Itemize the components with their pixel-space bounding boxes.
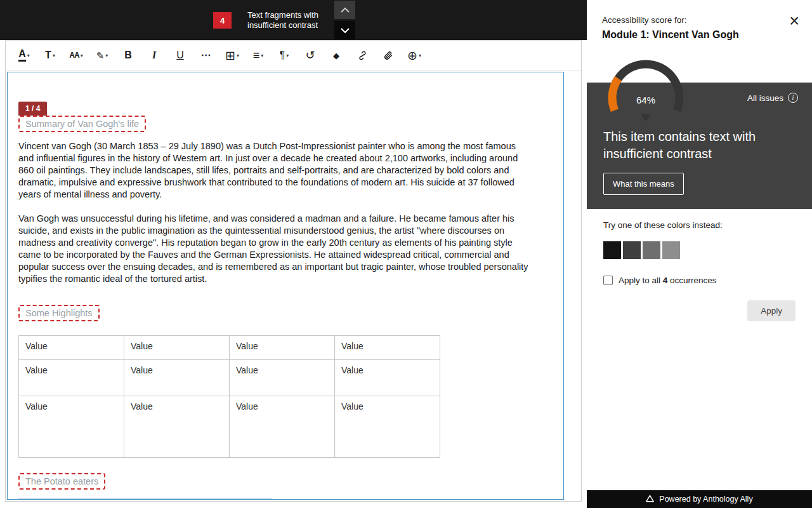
chevron-down-icon xyxy=(341,25,350,35)
ally-panel: × Accessibility score for: Module 1: Vin… xyxy=(587,0,812,508)
apply-button[interactable]: Apply xyxy=(747,300,796,321)
eraser-button[interactable]: ◆ xyxy=(324,44,348,67)
editor-toolbar: A▾T▾AA▾✎▾BIU⋯⊞▾≡▾¶▾↺◆⊕▾ xyxy=(6,41,581,70)
all-issues-link[interactable]: All issues i xyxy=(747,93,798,103)
table-row: ValueValueValueValue xyxy=(19,396,440,458)
caret-down-icon: ▾ xyxy=(237,53,239,58)
italic-icon: I xyxy=(152,50,156,60)
next-issue-button[interactable] xyxy=(334,21,355,39)
potato-eaters-image[interactable] xyxy=(18,498,272,500)
flagged-heading-highlights[interactable]: Some Highlights xyxy=(18,305,100,321)
flagged-heading-potato[interactable]: The Potato eaters xyxy=(18,473,105,490)
font-size-button[interactable]: AA▾ xyxy=(64,44,88,67)
color-swatch[interactable] xyxy=(643,241,660,259)
gauge-pointer-icon xyxy=(641,114,651,121)
table-cell[interactable]: Value xyxy=(230,336,335,360)
score-for-label: Accessibility score for: xyxy=(602,15,797,25)
color-swatch[interactable] xyxy=(662,241,680,259)
insert-icon: ⊕ xyxy=(407,50,417,62)
undo-button[interactable]: ↺ xyxy=(298,44,322,67)
try-colors-label: Try one of these colors instead: xyxy=(603,220,796,230)
apply-all-label: Apply to all 4 occurrences xyxy=(619,276,717,285)
underline-button[interactable]: U xyxy=(168,44,192,67)
table-cell[interactable]: Value xyxy=(335,396,440,458)
table-cell[interactable]: Value xyxy=(19,336,124,360)
table-cell[interactable]: Value xyxy=(335,360,440,396)
chevron-up-icon xyxy=(341,5,350,15)
issue-navigation-bar: 4 Text fragments with insufficient contr… xyxy=(0,0,587,40)
issue-label-line2: insufficient contrast xyxy=(247,20,318,30)
table-row: ValueValueValueValue xyxy=(19,336,440,360)
align-icon: ≡ xyxy=(253,50,260,61)
paragraph-button[interactable]: ¶▾ xyxy=(272,44,296,67)
ally-footer: Powered by Anthology Ally xyxy=(587,490,812,508)
close-icon[interactable]: × xyxy=(789,13,799,30)
bold-icon: B xyxy=(124,50,132,60)
color-swatches xyxy=(603,241,796,259)
apply-button-row: Apply xyxy=(603,300,796,321)
attachment-icon xyxy=(383,50,393,61)
issue-label: Text fragments with insufficient contras… xyxy=(247,10,318,30)
content-editor: A▾T▾AA▾✎▾BIU⋯⊞▾≡▾¶▾↺◆⊕▾ 1 / 4 Summary of… xyxy=(5,40,582,502)
caret-down-icon: ▾ xyxy=(27,53,30,58)
heading-row-highlights: Some Highlights xyxy=(18,305,528,321)
more-options-icon: ⋯ xyxy=(201,50,212,60)
paragraph-van-gogh-intro: Vincent van Gogh (30 March 1853 – 29 Jul… xyxy=(18,140,528,201)
table-cell[interactable]: Value xyxy=(124,336,230,360)
heading-row-summary: Summary of Van Gogh's life xyxy=(18,116,528,132)
table-cell[interactable]: Value xyxy=(124,360,230,396)
issue-label-line1: Text fragments with xyxy=(247,10,318,20)
caret-down-icon: ▾ xyxy=(286,53,289,58)
table-cell[interactable]: Value xyxy=(230,396,335,458)
what-this-means-button[interactable]: What this means xyxy=(603,173,684,195)
caret-down-icon: ▾ xyxy=(105,53,108,58)
all-issues-label: All issues xyxy=(747,93,783,103)
content-table: ValueValueValueValueValueValueValueValue… xyxy=(18,335,440,458)
paragraph-van-gogh-legacy: Van Gogh was unsuccessful during his lif… xyxy=(18,213,528,285)
page: 4 Text fragments with insufficient contr… xyxy=(0,0,812,508)
info-icon: i xyxy=(788,93,798,103)
apply-all-checkbox[interactable] xyxy=(603,276,613,285)
eraser-icon: ◆ xyxy=(333,51,339,60)
color-swatch[interactable] xyxy=(623,241,641,259)
align-button[interactable]: ≡▾ xyxy=(246,44,270,67)
footer-label: Powered by Anthology Ally xyxy=(659,495,752,504)
color-swatch[interactable] xyxy=(603,241,621,259)
more-options-button[interactable]: ⋯ xyxy=(194,44,218,67)
text-style-button[interactable]: T▾ xyxy=(38,44,62,67)
link-icon xyxy=(357,50,368,61)
underline-icon: U xyxy=(176,50,184,60)
text-style-icon: T xyxy=(45,50,51,60)
accessibility-score-gauge: 64% xyxy=(608,58,684,128)
table-cell[interactable]: Value xyxy=(124,396,230,458)
table-cell[interactable]: Value xyxy=(335,336,440,360)
link-button[interactable] xyxy=(350,44,374,67)
table-cell[interactable]: Value xyxy=(19,360,124,396)
paragraph-icon: ¶ xyxy=(280,50,285,60)
highlight-button[interactable]: ✎▾ xyxy=(90,44,114,67)
font-color-icon: A xyxy=(18,49,26,62)
table-icon: ⊞ xyxy=(225,50,235,62)
caret-down-icon: ▾ xyxy=(261,53,263,58)
fix-controls-section: Try one of these colors instead: Apply t… xyxy=(587,209,812,333)
bold-button[interactable]: B xyxy=(116,44,140,67)
font-color-button[interactable]: A▾ xyxy=(12,44,36,67)
content-table-body: ValueValueValueValueValueValueValueValue… xyxy=(19,336,440,458)
italic-button[interactable]: I xyxy=(142,44,166,67)
editor-content-area[interactable]: 1 / 4 Summary of Van Gogh's life Vincent… xyxy=(7,72,564,500)
module-title: Module 1: Vincent Van Gogh xyxy=(602,29,797,41)
insert-button[interactable]: ⊕▾ xyxy=(402,44,426,67)
score-value: 64% xyxy=(636,95,655,105)
issue-summary-section: 64% All issues i This item contains text… xyxy=(587,83,812,209)
issue-nav-buttons xyxy=(334,1,355,39)
issue-badge-row: 1 / 4 xyxy=(18,102,528,116)
previous-issue-button[interactable] xyxy=(334,1,355,19)
apply-all-row: Apply to all 4 occurrences xyxy=(603,276,796,285)
heading-row-potato: The Potato eaters xyxy=(18,473,528,490)
flagged-heading-summary[interactable]: Summary of Van Gogh's life xyxy=(18,116,146,132)
issue-position-badge: 1 / 4 xyxy=(18,102,47,116)
table-button[interactable]: ⊞▾ xyxy=(220,44,244,67)
attachment-button[interactable] xyxy=(376,44,400,67)
table-cell[interactable]: Value xyxy=(230,360,335,396)
table-cell[interactable]: Value xyxy=(19,396,124,458)
